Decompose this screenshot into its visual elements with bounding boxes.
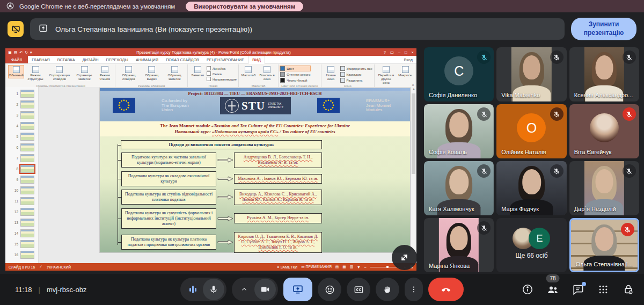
ppt-tab-4[interactable]: ДИЗАЙН xyxy=(79,56,103,63)
window-control-icon[interactable]: □ xyxy=(405,50,407,55)
signin-label[interactable]: Вход xyxy=(404,57,413,62)
ppt-vertical-scrollbar[interactable]: ▲ xyxy=(411,87,416,263)
slide-thumbnail-8[interactable]: 8 xyxy=(5,163,38,174)
participant-tile[interactable]: ССофія Даниленко xyxy=(424,47,494,101)
ppt-tab-1[interactable]: ФАЙЛ xyxy=(5,56,28,63)
qat-icon[interactable]: ▾ xyxy=(30,50,32,54)
window-control-icon[interactable]: ▭ xyxy=(390,50,394,55)
participant-tile[interactable]: EЩе 66 осіб xyxy=(496,218,566,272)
ribbon-button[interactable]: Макросы xyxy=(397,65,413,78)
qat-icon[interactable]: ▣ xyxy=(8,50,12,54)
ppt-tab-2[interactable]: ГЛАВНАЯ xyxy=(28,56,53,63)
ribbon-button[interactable]: Новое окно xyxy=(323,65,339,82)
slide-thumbnail-11[interactable]: 11 xyxy=(5,195,38,206)
ribbon-button[interactable]: Заметки xyxy=(189,65,206,78)
window-control-icon[interactable]: ? xyxy=(384,50,386,55)
participant-tile[interactable]: Катя Халімончук xyxy=(424,161,494,215)
ribbon-checkbox[interactable]: Сетка xyxy=(207,71,237,76)
host-controls-lock-icon[interactable] xyxy=(621,282,635,296)
ribbon-button[interactable]: Образец выдач xyxy=(141,65,162,82)
qat-icon[interactable]: ↻ xyxy=(25,50,28,54)
participant-tile[interactable]: Ольга Степанівна І... xyxy=(569,218,639,272)
end-call-button[interactable] xyxy=(428,278,464,301)
slide-thumbnail-5[interactable]: 5 xyxy=(5,131,38,142)
comments-toggle[interactable]: ▭ ПРИМЕЧАНИЯ xyxy=(301,265,332,269)
notes-toggle[interactable]: ≡ ЗАМЕТКИ xyxy=(277,265,298,269)
camera-icon[interactable] xyxy=(254,279,276,300)
ppt-title-bar[interactable]: ▣▤↶↻▾ Презентація курсу Податкова культу… xyxy=(5,48,416,56)
slide-thumbnail-13[interactable]: 13 xyxy=(5,217,38,228)
ribbon-checkbox[interactable]: Линейка xyxy=(207,66,237,70)
ribbon-button[interactable]: Образец слайдов xyxy=(117,65,140,82)
ribbon-button[interactable]: Режим чтения xyxy=(96,65,113,82)
qat-icon[interactable]: ▤ xyxy=(14,50,18,54)
mic-button[interactable] xyxy=(180,278,226,301)
ppt-window-controls[interactable]: ?▭–□× xyxy=(376,50,414,55)
chat-panel-icon[interactable] xyxy=(571,282,585,296)
qat-icon[interactable]: ↶ xyxy=(19,50,23,54)
ppt-tab-8[interactable]: РЕЦЕНЗИРОВАНИЕ xyxy=(203,56,248,63)
slide-thumbnail-14[interactable]: 14 xyxy=(5,228,38,238)
ribbon-button[interactable]: Упорядочить все xyxy=(340,66,372,71)
ppt-quick-access-toolbar[interactable]: ▣▤↶↻▾ xyxy=(8,50,51,54)
slide-thumbnail-3[interactable]: 3 xyxy=(5,110,38,120)
ribbon-collapse-icon[interactable]: ∧ xyxy=(412,83,414,87)
slide-thumbnail-7[interactable]: 7 xyxy=(5,152,38,163)
view-mode-icon[interactable]: ▤ xyxy=(335,265,339,269)
stop-sharing-screen-button[interactable] xyxy=(283,278,312,301)
ribbon-button[interactable]: Сортировщик слайдов xyxy=(47,65,72,82)
participant-tile[interactable]: Vika Matsenko xyxy=(496,47,566,101)
ribbon-button[interactable]: Оттенки серого xyxy=(280,72,310,77)
camera-options-chevron-icon[interactable] xyxy=(234,286,254,293)
slide-thumbnail-1[interactable]: 1 xyxy=(5,88,38,99)
participant-tile[interactable]: Віта Євгейчук xyxy=(569,104,639,158)
slide-thumbnail-10[interactable]: 10 xyxy=(5,185,38,195)
scrollbar-thumb[interactable] xyxy=(412,93,415,174)
ribbon-button[interactable]: Страницы заметок xyxy=(74,65,95,82)
ribbon-button[interactable]: Черно-белый xyxy=(280,78,310,83)
slide-thumbnail-6[interactable]: 6 xyxy=(5,142,38,152)
raise-hand-button[interactable] xyxy=(376,278,399,301)
participant-tile[interactable]: Дар`я Нездолій xyxy=(569,161,639,215)
participant-tile[interactable]: Ксения Александро... xyxy=(569,47,639,101)
activities-apps-icon[interactable] xyxy=(596,282,610,296)
ribbon-button[interactable]: Цвет xyxy=(280,66,310,71)
view-mode-icon[interactable]: ▥ xyxy=(350,265,353,269)
camera-button[interactable] xyxy=(232,278,278,301)
ribbon-button[interactable]: Вписать в окно xyxy=(258,65,276,82)
more-options-button[interactable] xyxy=(405,278,423,301)
participant-tile[interactable]: Софія Коваль xyxy=(424,104,494,158)
view-mode-icon[interactable]: ▼ xyxy=(357,265,361,269)
stop-presenting-button[interactable]: Зупинити презентацію xyxy=(571,18,636,40)
slide-thumbnail-12[interactable]: 12 xyxy=(5,206,38,217)
window-control-icon[interactable]: × xyxy=(412,50,414,55)
slide-thumbnail-2[interactable]: 2 xyxy=(5,99,38,110)
window-control-icon[interactable]: – xyxy=(398,50,400,55)
ribbon-button[interactable]: Каскадом xyxy=(340,72,372,77)
slide-thumbnail-15[interactable]: 15 xyxy=(5,238,38,249)
spellcheck-icon[interactable]: ✓ xyxy=(39,265,42,269)
language-label[interactable]: УКРАИНСКИЙ xyxy=(47,265,71,269)
expand-presentation-button[interactable] xyxy=(392,245,417,270)
participant-tile[interactable]: Марія Федчук xyxy=(496,161,566,215)
ppt-tab-5[interactable]: ПЕРЕХОДЫ xyxy=(102,56,131,63)
slide-thumbnail-9[interactable]: 9 xyxy=(5,174,38,185)
captions-button[interactable] xyxy=(347,278,370,301)
view-mode-icon[interactable]: ▦ xyxy=(342,265,346,269)
ribbon-button[interactable]: Режим структуры xyxy=(25,65,46,82)
ribbon-button[interactable]: Перейти в другое окно xyxy=(376,65,396,86)
zoom-out-icon[interactable]: – xyxy=(364,265,367,269)
ppt-tab-3[interactable]: ВСТАВКА xyxy=(54,56,79,63)
ribbon-button[interactable]: Образец заметок xyxy=(163,65,186,82)
ribbon-button[interactable]: Масштаб xyxy=(240,65,257,78)
participant-tile[interactable]: ООлійник Наталія xyxy=(496,104,566,158)
reactions-button[interactable] xyxy=(318,278,341,301)
ribbon-checkbox[interactable]: Направляющие xyxy=(207,77,237,81)
slide-thumbnail-4[interactable]: 4 xyxy=(5,120,38,131)
participant-tile[interactable]: Маріна Янкова xyxy=(424,218,494,272)
meeting-details-icon[interactable] xyxy=(521,282,535,296)
ribbon-button[interactable]: Разделить xyxy=(340,78,372,83)
ppt-tab-7[interactable]: ПОКАЗ СЛАЙДОВ xyxy=(162,56,203,63)
mic-icon[interactable] xyxy=(203,279,224,300)
ppt-tab-6[interactable]: АНИМАЦИЯ xyxy=(132,56,162,63)
